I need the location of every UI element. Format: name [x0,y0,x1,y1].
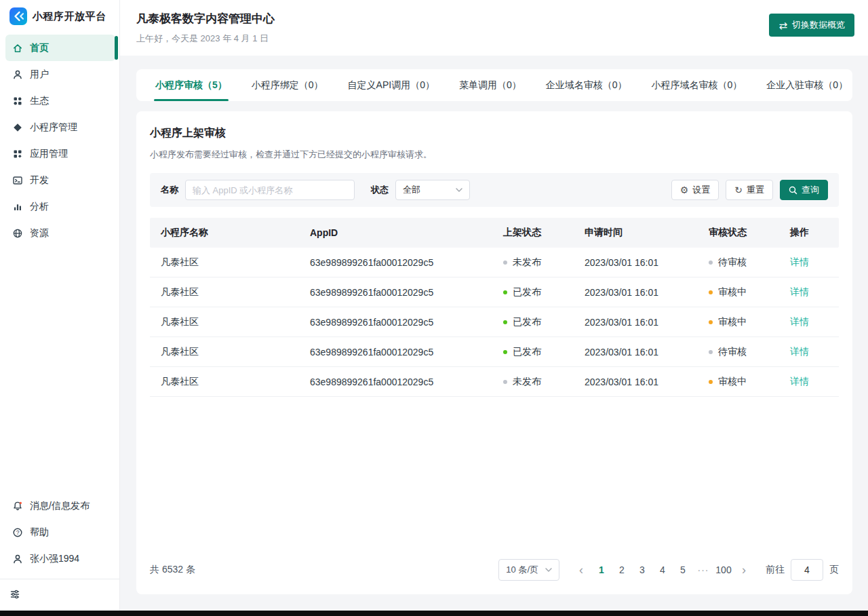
name-filter-input[interactable] [185,180,355,200]
jump-suffix: 页 [829,564,839,576]
sidebar-item-label: 首页 [30,42,49,54]
svg-text:?: ? [16,529,20,536]
user-icon [12,69,23,80]
detail-link[interactable]: 详情 [790,286,828,299]
greeting-text: 上午好，今天是 2023 年 4 月 1 日 [136,33,275,45]
page-size-select[interactable]: 10 条/页 [498,559,559,581]
status-dot [503,380,507,384]
appid: 63e989899261fa00012029c5 [310,257,503,268]
apply-time: 2023/03/01 16:01 [585,257,709,268]
search-button[interactable]: 查询 [780,180,828,200]
page-jump-input[interactable] [791,559,823,581]
sidebar-item-miniapp-management[interactable]: 小程序管理 [5,114,115,140]
detail-link[interactable]: 详情 [790,256,828,269]
jump-prefix: 前往 [766,564,785,576]
panel-title: 小程序上架审核 [150,126,839,140]
refresh-icon: ↻ [734,185,743,195]
sidebar-menu: 首页 用户 生态 [0,32,119,246]
page-button-100[interactable]: 100 [714,559,733,581]
page-button-1[interactable]: 1 [592,559,611,581]
sidebar-item-development[interactable]: 开发 [5,167,115,193]
sidebar-item-label: 应用管理 [30,148,68,160]
tab-miniapp-domain-review[interactable]: 小程序域名审核（0） [639,69,755,101]
detail-link[interactable]: 详情 [790,376,828,388]
publish-status: 已发布 [503,316,585,328]
sidebar: 小程序开放平台 首页 用户 [0,0,120,611]
settings-button[interactable]: ⚙ 设置 [671,180,719,200]
review-status: 审核中 [709,286,790,299]
logo: 小程序开放平台 [0,0,119,32]
review-table: 小程序名称 AppID 上架状态 申请时间 审核状态 操作 凡泰社区 63e98… [150,218,839,397]
detail-link[interactable]: 详情 [790,316,828,328]
home-icon [12,43,23,54]
chevron-down-icon [545,568,552,572]
screen-bottom-bar [0,611,868,616]
miniapp-icon [12,122,23,133]
review-status: 待审核 [709,256,790,269]
appid: 63e989899261fa00012029c5 [310,377,503,387]
help-icon: ? [12,527,23,538]
page-jump: 前往 页 [766,559,839,581]
status-filter-label: 状态 [371,184,389,196]
status-dot [503,320,507,324]
content-area: 小程序审核（5） 小程序绑定（0） 自定义API调用（0） 菜单调用（0） 企业… [120,56,868,611]
table-header-row: 小程序名称 AppID 上架状态 申请时间 审核状态 操作 [150,218,839,248]
tab-enterprise-entry-review[interactable]: 企业入驻审核（0） [754,69,860,101]
page-button-2[interactable]: 2 [612,559,631,581]
reset-button[interactable]: ↻ 重置 [726,180,773,200]
sidebar-item-label: 小程序管理 [30,121,77,134]
page-title: 凡泰极客数字内容管理中心 [136,11,275,26]
page-button-3[interactable]: 3 [633,559,652,581]
tab-enterprise-domain-review[interactable]: 企业域名审核（0） [534,69,639,101]
sidebar-item-label: 资源 [30,227,49,239]
status-filter-select[interactable]: 全部 [395,180,470,200]
sidebar-item-user-profile[interactable]: 张小强1994 [5,545,115,572]
publish-status: 未发布 [503,376,585,388]
column-header: 申请时间 [585,227,709,239]
collapse-control[interactable] [0,585,119,608]
chevron-down-icon [456,188,462,192]
sidebar-item-label: 帮助 [30,526,49,539]
sidebar-item-messages[interactable]: 消息/信息发布 [5,493,115,519]
appid: 63e989899261fa00012029c5 [310,347,503,358]
sidebar-item-label: 开发 [30,174,49,187]
next-page-button[interactable]: › [734,559,753,581]
user-icon [12,554,23,564]
topbar: 凡泰极客数字内容管理中心 上午好，今天是 2023 年 4 月 1 日 ⇄ 切换… [120,0,868,56]
filter-actions: ⚙ 设置 ↻ 重置 查询 [671,180,828,200]
sidebar-item-users[interactable]: 用户 [5,61,115,88]
sidebar-item-help[interactable]: ? 帮助 [5,519,115,545]
prev-page-button[interactable]: ‹ [572,559,591,581]
main-area: 凡泰极客数字内容管理中心 上午好，今天是 2023 年 4 月 1 日 ⇄ 切换… [120,0,868,611]
status-dot [503,261,507,265]
sidebar-item-ecosystem[interactable]: 生态 [5,88,115,114]
page-button-4[interactable]: 4 [653,559,672,581]
tab-custom-api-call[interactable]: 自定义API调用（0） [336,69,447,101]
miniapp-name: 凡泰社区 [161,346,310,358]
column-header: 操作 [790,227,828,239]
publish-status: 已发布 [503,346,585,358]
sidebar-item-analytics[interactable]: 分析 [5,193,115,220]
switch-data-overview-button[interactable]: ⇄ 切换数据概览 [769,14,854,37]
miniapp-name: 凡泰社区 [161,376,310,388]
detail-link[interactable]: 详情 [790,346,828,358]
tab-miniapp-binding[interactable]: 小程序绑定（0） [239,69,336,101]
dev-icon [12,175,23,186]
tab-order-review[interactable]: 订单审核（0） [860,69,868,101]
bell-icon [12,501,23,512]
status-dot [709,380,713,384]
gear-icon: ⚙ [680,185,689,195]
publish-status: 已发布 [503,286,585,299]
tab-menu-call[interactable]: 菜单调用（0） [447,69,534,101]
swap-icon: ⇄ [778,20,787,31]
search-icon [789,186,797,195]
pagination-bar: 共 6532 条 10 条/页 ‹ 1 2 3 [150,550,839,581]
sidebar-item-app-management[interactable]: 应用管理 [5,140,115,167]
tab-miniapp-review[interactable]: 小程序审核（5） [143,69,239,101]
table-row: 凡泰社区 63e989899261fa00012029c5 已发布 2023/0… [150,277,839,307]
table-row: 凡泰社区 63e989899261fa00012029c5 未发布 2023/0… [150,367,839,397]
page-button-5[interactable]: 5 [673,559,692,581]
sidebar-item-home[interactable]: 首页 [5,35,115,61]
sidebar-item-resources[interactable]: 资源 [5,220,115,246]
more-pages-button[interactable]: ··· [694,559,713,581]
